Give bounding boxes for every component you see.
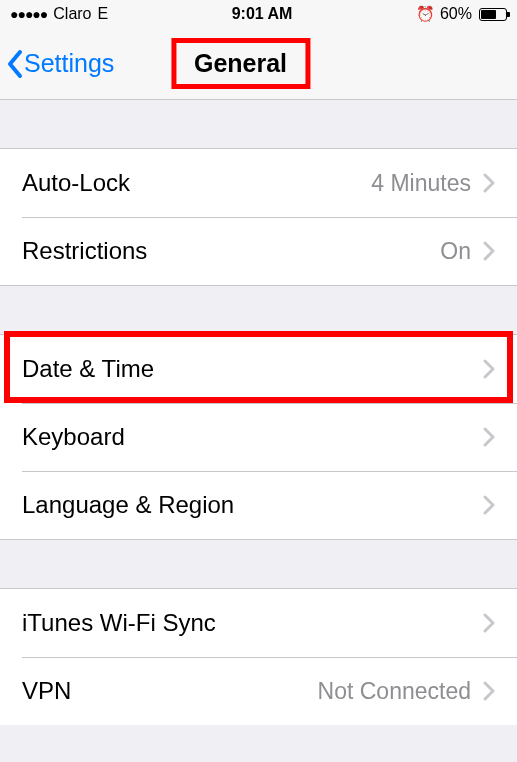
battery-icon: [479, 8, 507, 21]
alarm-icon: ⏰: [416, 5, 435, 23]
settings-group-1: Auto-Lock 4 Minutes Restrictions On: [0, 148, 517, 286]
row-language-region[interactable]: Language & Region: [0, 471, 517, 539]
nav-bar: Settings General: [0, 28, 517, 100]
row-label: Auto-Lock: [22, 169, 371, 197]
group-spacer: [0, 286, 517, 334]
status-right: ⏰ 60%: [416, 5, 507, 23]
chevron-right-icon: [483, 681, 495, 701]
group-spacer: [0, 540, 517, 588]
row-value: On: [440, 238, 471, 265]
battery-percent: 60%: [440, 5, 472, 23]
back-label: Settings: [24, 49, 114, 78]
chevron-right-icon: [483, 173, 495, 193]
signal-strength-icon: ●●●●●: [10, 6, 47, 22]
page-title: General: [171, 38, 310, 89]
status-left: ●●●●● Claro E: [10, 5, 108, 23]
row-value: 4 Minutes: [371, 170, 471, 197]
row-auto-lock[interactable]: Auto-Lock 4 Minutes: [0, 149, 517, 217]
row-label: Restrictions: [22, 237, 440, 265]
row-date-time[interactable]: Date & Time: [0, 335, 517, 403]
status-time: 9:01 AM: [232, 5, 293, 23]
chevron-right-icon: [483, 359, 495, 379]
carrier-label: Claro: [53, 5, 91, 23]
back-button[interactable]: Settings: [0, 49, 114, 79]
row-label: Language & Region: [22, 491, 471, 519]
row-itunes-wifi-sync[interactable]: iTunes Wi-Fi Sync: [0, 589, 517, 657]
row-label: Keyboard: [22, 423, 471, 451]
chevron-right-icon: [483, 427, 495, 447]
row-value: Not Connected: [318, 678, 471, 705]
row-label: Date & Time: [22, 355, 471, 383]
row-keyboard[interactable]: Keyboard: [0, 403, 517, 471]
row-label: VPN: [22, 677, 318, 705]
row-restrictions[interactable]: Restrictions On: [0, 217, 517, 285]
chevron-right-icon: [483, 613, 495, 633]
status-bar: ●●●●● Claro E 9:01 AM ⏰ 60%: [0, 0, 517, 28]
network-type-label: E: [98, 5, 109, 23]
settings-group-2: Date & Time Keyboard Language & Region: [0, 334, 517, 540]
chevron-left-icon: [6, 49, 24, 79]
settings-group-3: iTunes Wi-Fi Sync VPN Not Connected: [0, 588, 517, 725]
chevron-right-icon: [483, 495, 495, 515]
group-spacer: [0, 100, 517, 148]
chevron-right-icon: [483, 241, 495, 261]
row-vpn[interactable]: VPN Not Connected: [0, 657, 517, 725]
row-label: iTunes Wi-Fi Sync: [22, 609, 471, 637]
